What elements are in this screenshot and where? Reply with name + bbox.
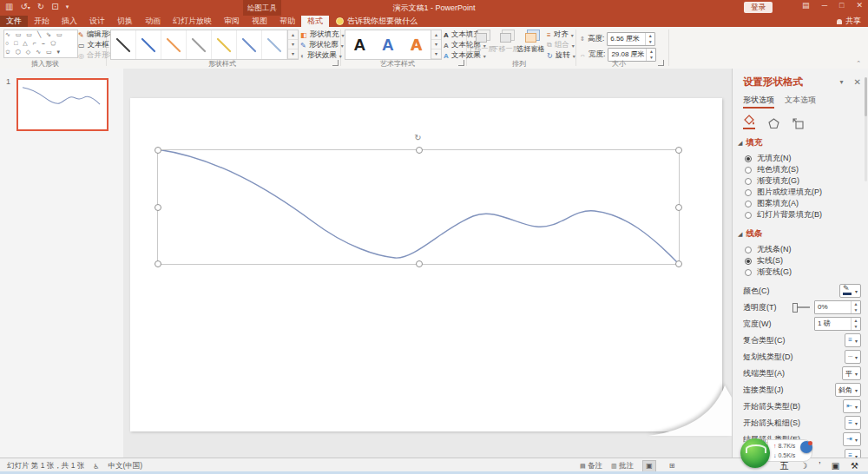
- line-option-none[interactable]: 无线条(N): [745, 244, 861, 255]
- fill-option-picture[interactable]: 图片或纹理填充(P): [745, 187, 861, 198]
- send-backward-button[interactable]: 下移一层: [494, 30, 517, 54]
- undo-icon[interactable]: ↺▾: [20, 2, 30, 11]
- cap-type-dropdown[interactable]: 平▾: [842, 366, 861, 380]
- speed-ball-widget[interactable]: [740, 438, 770, 468]
- save-icon[interactable]: ▥: [5, 2, 13, 11]
- rotate-handle[interactable]: ↻: [413, 133, 423, 142]
- wordart-scroll[interactable]: ▴ ▾ ▾: [431, 30, 442, 60]
- merge-shapes-button[interactable]: ◎ 合并形状▾: [78, 50, 106, 61]
- spin-down-icon[interactable]: ▼: [852, 324, 860, 330]
- spin-up-icon[interactable]: ▲: [646, 33, 654, 39]
- shape-style-swatch[interactable]: [262, 30, 287, 59]
- collapse-triangle-icon[interactable]: ◢: [738, 140, 742, 147]
- fill-option-none[interactable]: 无填充(N): [745, 153, 861, 164]
- shape-style-swatch[interactable]: [136, 30, 161, 59]
- customize-qat-icon[interactable]: ▾: [66, 3, 69, 10]
- shape-gallery[interactable]: ∿ ▭ ▭ ╲ ⇘ ▭ ○ □ △ ⌐ ⌣ ⬠ ✩ ⬡ ◇ ∿ ▭ ▾: [3, 30, 78, 58]
- gallery-more-icon[interactable]: ▾: [431, 49, 441, 59]
- maximize-icon[interactable]: □: [839, 1, 844, 10]
- spin-up-icon[interactable]: ▲: [647, 49, 655, 55]
- wordart-dialog-launcher[interactable]: [458, 60, 464, 66]
- shape-style-swatch[interactable]: [161, 30, 187, 59]
- begin-arrow-type-dropdown[interactable]: ⇤▾: [843, 399, 861, 413]
- line-width-spinner[interactable]: 1 磅 ▲▼: [814, 317, 861, 331]
- compound-type-dropdown[interactable]: ≡▾: [845, 333, 861, 347]
- edit-shape-button[interactable]: ✎ 编辑形状▾: [78, 30, 106, 40]
- scroll-down-icon[interactable]: ▾: [288, 40, 298, 49]
- spin-down-icon[interactable]: ▼: [647, 55, 655, 61]
- slider-thumb[interactable]: [792, 303, 798, 313]
- line-option-gradient[interactable]: 渐变线(G): [745, 267, 861, 278]
- transparency-spinner[interactable]: 0% ▲▼: [814, 300, 861, 314]
- sign-in-button[interactable]: 登录: [744, 2, 773, 13]
- resize-handle-n[interactable]: [416, 147, 423, 154]
- spin-up-icon[interactable]: ▲: [852, 301, 860, 307]
- size-properties-category-icon[interactable]: [792, 118, 804, 129]
- shape-style-swatch[interactable]: [111, 30, 136, 59]
- wordart-sample[interactable]: A: [382, 36, 394, 55]
- resize-handle-s[interactable]: [416, 260, 423, 267]
- ribbon-options-icon[interactable]: ▤: [802, 1, 810, 10]
- normal-view-icon[interactable]: ▣: [642, 460, 656, 472]
- collapse-triangle-icon[interactable]: ◢: [738, 231, 742, 238]
- panel-close-icon[interactable]: ✕: [854, 77, 861, 87]
- scroll-up-icon[interactable]: ▴: [431, 30, 441, 40]
- begin-arrow-size-dropdown[interactable]: ≡▾: [845, 416, 861, 430]
- slideshow-icon[interactable]: ⊡: [51, 2, 58, 11]
- fill-option-solid[interactable]: 纯色填充(S): [745, 164, 861, 175]
- fill-line-category-icon[interactable]: [743, 115, 755, 129]
- notes-button[interactable]: ▤ 备注: [580, 461, 602, 471]
- fill-option-pattern[interactable]: 图案填充(A): [745, 198, 861, 209]
- tab-format-active[interactable]: 格式: [301, 16, 329, 27]
- share-button[interactable]: 共享: [837, 16, 861, 27]
- shape-styles-dialog-launcher[interactable]: [332, 60, 339, 66]
- resize-handle-ne[interactable]: [675, 147, 682, 154]
- align-button[interactable]: ≡ 对齐▾: [547, 30, 573, 40]
- ime-tray-icons[interactable]: 五 ☽ ’ ▣ ⚒: [780, 460, 863, 472]
- text-box-button[interactable]: ▭ 文本框▾: [78, 40, 106, 50]
- resize-handle-se[interactable]: [675, 260, 682, 267]
- tab-design[interactable]: 设计: [83, 16, 111, 27]
- panel-scrollbar[interactable]: [865, 77, 867, 181]
- redo-icon[interactable]: ↻: [37, 2, 44, 11]
- dash-type-dropdown[interactable]: ┄▾: [845, 350, 861, 364]
- fill-option-background[interactable]: 幻灯片背景填充(B): [745, 209, 861, 221]
- line-option-solid[interactable]: 实线(S): [745, 255, 861, 267]
- line-color-button[interactable]: ▾: [839, 284, 861, 298]
- wordart-sample[interactable]: A: [411, 36, 423, 55]
- tab-slideshow[interactable]: 幻灯片放映: [167, 16, 218, 27]
- tell-me-box[interactable]: 告诉我你想要做什么: [329, 16, 424, 27]
- spin-up-icon[interactable]: ▲: [852, 318, 860, 324]
- selection-pane-button[interactable]: 选择窗格: [519, 30, 542, 54]
- panel-tab-shape-options[interactable]: 形状选项: [743, 95, 774, 109]
- fill-option-gradient[interactable]: 渐变填充(G): [745, 175, 861, 187]
- selection-bounding-box[interactable]: ↻: [157, 149, 680, 265]
- transparency-slider[interactable]: [794, 306, 810, 308]
- tab-file[interactable]: 文件: [0, 16, 28, 27]
- scroll-down-icon[interactable]: ▾: [431, 40, 441, 49]
- tab-insert[interactable]: 插入: [56, 16, 83, 27]
- accessibility-icon[interactable]: ♿: [93, 463, 99, 471]
- bring-forward-button[interactable]: 上移一层: [470, 30, 493, 54]
- spin-down-icon[interactable]: ▼: [646, 39, 654, 45]
- height-spinner[interactable]: 6.56 厘米 ▲▼: [607, 32, 655, 46]
- slide-sorter-view-icon[interactable]: ⊞: [665, 460, 679, 472]
- end-arrow-type-dropdown[interactable]: ⇥▾: [843, 432, 861, 446]
- tab-home[interactable]: 开始: [28, 16, 56, 27]
- resize-handle-nw[interactable]: [155, 147, 161, 154]
- tab-animations[interactable]: 动画: [139, 16, 167, 27]
- tab-help[interactable]: 帮助: [273, 16, 301, 27]
- scroll-up-icon[interactable]: ▴: [288, 30, 298, 40]
- resize-handle-e[interactable]: [675, 204, 682, 211]
- collapse-ribbon-icon[interactable]: ⌃: [856, 60, 861, 67]
- shape-style-swatch[interactable]: [237, 30, 262, 59]
- tab-view[interactable]: 视图: [246, 16, 273, 27]
- notification-dot-icon[interactable]: [800, 441, 812, 453]
- language-indicator[interactable]: 中文(中国): [108, 461, 142, 471]
- minimize-icon[interactable]: ─: [822, 1, 827, 10]
- shape-fill-button[interactable]: ◧ 形状填充▾: [300, 30, 339, 40]
- shape-style-swatch[interactable]: [187, 30, 212, 59]
- shape-outline-button[interactable]: ✎ 形状轮廓▾: [300, 40, 339, 50]
- comments-button[interactable]: ▥ 批注: [611, 461, 634, 471]
- shape-style-scroll[interactable]: ▴ ▾ ▾: [287, 30, 299, 60]
